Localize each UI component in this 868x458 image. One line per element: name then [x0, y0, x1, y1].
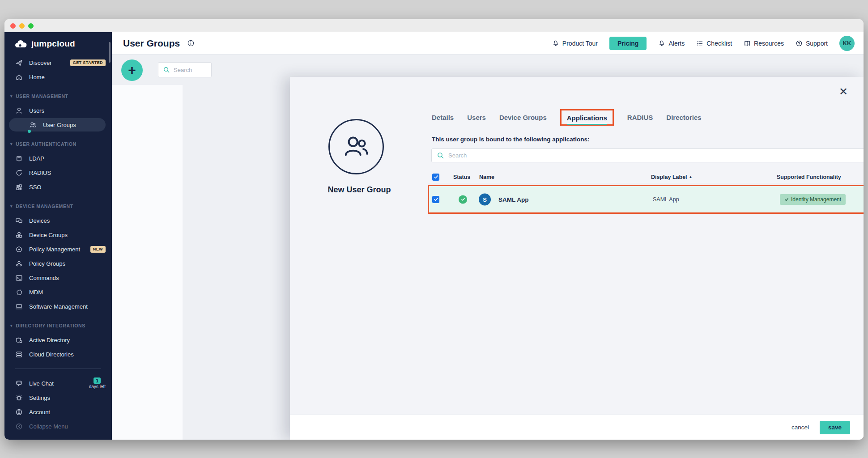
applications-table: Status Name Display Label▲ Supported Fun…: [428, 171, 864, 214]
sidebar-item-label: Collapse Menu: [29, 423, 68, 430]
sidebar-item-commands[interactable]: Commands: [4, 271, 112, 285]
tab-users[interactable]: Users: [467, 114, 486, 121]
alerts-button[interactable]: Alerts: [658, 40, 685, 47]
sidebar-item-label: SSO: [29, 184, 41, 191]
sidebar-section-user-management[interactable]: ▾ USER MANAGEMENT: [4, 89, 112, 103]
database-badge-icon: [15, 336, 23, 344]
new-badge: NEW: [90, 246, 106, 253]
laptop-icon: [15, 303, 23, 310]
support-button[interactable]: Support: [796, 40, 828, 47]
sidebar-item-label: Users: [29, 107, 44, 114]
sidebar-section-user-authentication[interactable]: ▾ USER AUTHENTICATION: [4, 137, 112, 151]
save-button[interactable]: save: [820, 421, 850, 434]
close-window-button[interactable]: [10, 23, 16, 29]
resources-label: Resources: [754, 40, 784, 47]
tab-directories[interactable]: Directories: [666, 114, 701, 121]
radius-icon: [15, 169, 23, 177]
list-icon: [696, 40, 703, 47]
highlight-box-table-row: S SAML App SAML App Identity Management: [428, 185, 864, 214]
bell-icon: [552, 40, 559, 47]
macos-titlebar: [4, 19, 864, 32]
background-search-box[interactable]: [158, 62, 212, 77]
jumpcloud-logo: jumpcloud: [4, 32, 112, 55]
add-user-group-button[interactable]: +: [121, 59, 143, 81]
sidebar-section-directory-integrations[interactable]: ▾ DIRECTORY INTEGRATIONS: [4, 318, 112, 333]
content-area: + ✕ New User Group: [112, 55, 864, 440]
applications-search-box[interactable]: [431, 148, 864, 162]
sidebar-item-device-groups[interactable]: Device Groups: [4, 228, 112, 242]
column-header-label: Display Label: [651, 174, 687, 180]
sidebar-item-discover[interactable]: Discover GET STARTED: [4, 55, 112, 70]
sidebar-section-device-management[interactable]: ▾ DEVICE MANAGEMENT: [4, 199, 112, 213]
app-header: User Groups Product Tour Pricing Alerts …: [112, 32, 864, 55]
sidebar-item-radius[interactable]: RADIUS: [4, 165, 112, 180]
sidebar-item-label: Account: [29, 409, 50, 416]
zoom-window-button[interactable]: [28, 23, 34, 29]
resources-button[interactable]: Resources: [744, 40, 784, 47]
group-name: New User Group: [290, 185, 429, 195]
close-icon[interactable]: ✕: [837, 85, 850, 98]
sidebar-scrollbar-thumb[interactable]: [109, 42, 111, 63]
tab-device-groups[interactable]: Device Groups: [499, 114, 547, 121]
avatar[interactable]: KK: [839, 36, 855, 51]
sidebar-item-users[interactable]: Users: [4, 103, 112, 118]
applications-search-input[interactable]: [448, 152, 864, 159]
highlight-box-applications-tab: Applications: [560, 109, 614, 126]
sidebar-section-label: USER MANAGEMENT: [16, 93, 68, 99]
sidebar-item-settings[interactable]: Settings: [4, 390, 112, 405]
sidebar-item-policy-groups[interactable]: Policy Groups: [4, 256, 112, 271]
stack-icon: [15, 351, 23, 358]
check-icon: [784, 197, 789, 202]
column-header-display-label[interactable]: Display Label▲: [651, 174, 693, 180]
sidebar-item-home[interactable]: Home: [4, 70, 112, 84]
sidebar-item-sso[interactable]: SSO: [4, 180, 112, 194]
sidebar-item-account[interactable]: Account: [4, 405, 112, 419]
column-header-status[interactable]: Status: [453, 174, 470, 180]
account-icon: [15, 408, 23, 416]
cancel-button[interactable]: cancel: [791, 424, 809, 431]
policy-groups-icon: [15, 260, 23, 267]
product-tour-button[interactable]: Product Tour: [552, 40, 598, 47]
sidebar-item-mdm[interactable]: MDM: [4, 285, 112, 299]
status-active-icon: [459, 195, 467, 204]
sidebar-item-label: Active Directory: [29, 337, 70, 344]
functionality-label: Identity Management: [791, 196, 841, 203]
minimize-window-button[interactable]: [19, 23, 25, 29]
sidebar-item-label: User Groups: [43, 122, 76, 128]
search-input[interactable]: [174, 67, 209, 73]
select-all-checkbox[interactable]: [432, 174, 439, 181]
sidebar-item-label: MDM: [29, 289, 43, 296]
sidebar-item-ldap[interactable]: LDAP: [4, 151, 112, 165]
search-icon: [163, 66, 170, 73]
checklist-button[interactable]: Checklist: [696, 40, 732, 47]
sidebar-item-live-chat[interactable]: Live Chat 1 days left: [4, 376, 112, 390]
sidebar-item-active-directory[interactable]: Active Directory: [4, 333, 112, 347]
pricing-button[interactable]: Pricing: [609, 37, 647, 50]
sidebar-item-devices[interactable]: Devices: [4, 213, 112, 228]
app-name[interactable]: SAML App: [498, 196, 529, 203]
trial-days-text: days left: [89, 384, 106, 389]
sidebar-item-label: Settings: [29, 394, 50, 401]
sidebar-item-collapse-menu[interactable]: Collapse Menu: [4, 419, 112, 433]
tab-applications[interactable]: Applications: [567, 114, 607, 125]
checklist-label: Checklist: [706, 40, 732, 47]
database-icon: [15, 155, 23, 162]
row-checkbox[interactable]: [432, 196, 439, 203]
column-header-name[interactable]: Name: [479, 174, 494, 180]
search-icon: [437, 152, 444, 159]
sidebar-item-software-management[interactable]: Software Management: [4, 299, 112, 314]
info-icon[interactable]: [187, 39, 195, 47]
sidebar-item-label: Policy Management: [29, 246, 80, 253]
sidebar-item-user-groups[interactable]: User Groups: [4, 118, 112, 132]
sidebar-item-label: Device Groups: [29, 232, 68, 238]
sidebar-item-policy-management[interactable]: Policy Management NEW: [4, 242, 112, 256]
sidebar-item-label: Devices: [29, 217, 50, 224]
sidebar: jumpcloud Discover GET STARTED Home ▾ US…: [4, 32, 112, 440]
chevron-down-icon: ▾: [10, 204, 13, 208]
sidebar-item-cloud-directories[interactable]: Cloud Directories: [4, 347, 112, 361]
chevron-down-icon: ▾: [10, 323, 13, 328]
column-header-supported-functionality[interactable]: Supported Functionality: [777, 174, 841, 180]
page-title: User Groups: [123, 38, 180, 49]
tab-radius[interactable]: RADIUS: [627, 114, 653, 121]
tab-details[interactable]: Details: [432, 114, 454, 121]
